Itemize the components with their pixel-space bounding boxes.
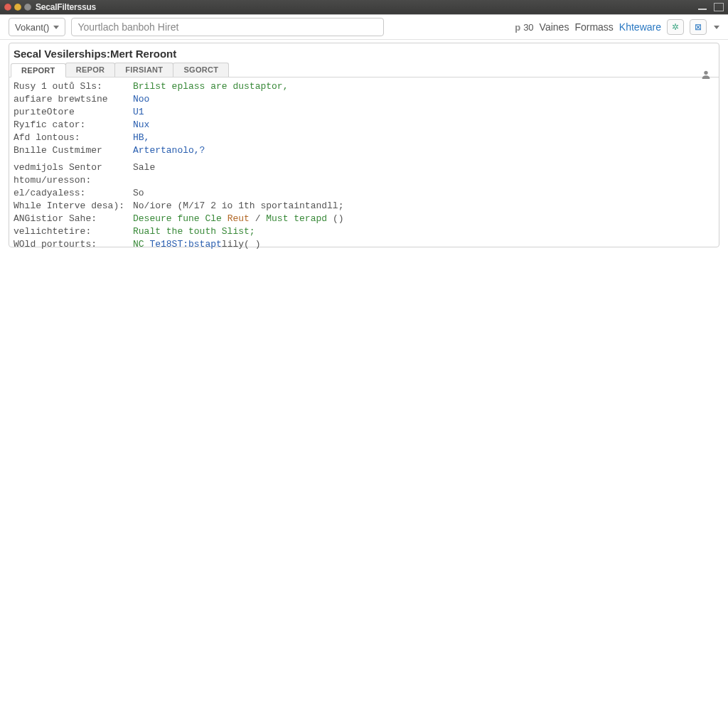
- report-row: el/cadyaless:So: [14, 187, 714, 200]
- context-select[interactable]: Vokant(): [9, 18, 65, 36]
- panel-tabs: REPORTREPORFIRSIANTSGORCT: [9, 63, 719, 77]
- report-key: Whıle Interve desa):: [14, 200, 133, 213]
- report-value: Artertanolo,?: [133, 144, 205, 157]
- refresh-button[interactable]: ✲: [667, 19, 684, 35]
- report-value: Noo: [133, 93, 149, 106]
- toolbar-link-kiteware[interactable]: Khteware: [619, 21, 661, 33]
- report-value: NC Te18ST:bstaptlily( ): [133, 238, 260, 251]
- report-row: Ryıfic cator:Nux: [14, 119, 714, 132]
- report-key: Ryıfic cator:: [14, 119, 133, 132]
- report-row: velıichtetire:Rualt the touth Slist;: [14, 225, 714, 238]
- report-value: Rualt the touth Slist;: [133, 225, 255, 238]
- svg-point-0: [704, 71, 707, 75]
- refresh-icon: ✲: [672, 22, 679, 32]
- tab-report[interactable]: REPORT: [11, 63, 66, 77]
- report-row: WOld portourts:NC Te18ST:bstaptlily( ): [14, 238, 714, 251]
- minimize-icon[interactable]: [698, 9, 707, 10]
- tab-firsiant[interactable]: FIRSIANT: [114, 63, 173, 77]
- report-row: purıteOtoreU1: [14, 106, 714, 119]
- report-value: HB,: [133, 132, 149, 144]
- main-toolbar: Vokant() p 30 Vaines Formass Khteware ✲ …: [0, 14, 728, 40]
- context-select-label: Vokant(): [15, 22, 49, 33]
- report-key: aufiare brewtsine: [14, 93, 133, 106]
- report-row: Whıle Interve desa):No/iore (M/i7 2 io 1…: [14, 200, 714, 213]
- tab-sgorct[interactable]: SGORCT: [173, 63, 229, 77]
- count-badge: p 30: [515, 22, 533, 33]
- report-value: Sale: [133, 161, 155, 174]
- report-row: Bnılle CustmimerArtertanolo,?: [14, 144, 714, 157]
- toolbar-link-values[interactable]: Vaines: [540, 21, 569, 33]
- report-body: Rusy 1 outů Sls:Brilst eplass are dustap…: [9, 77, 719, 255]
- tab-repor[interactable]: REPOR: [65, 63, 116, 77]
- report-key: WOld portourts:: [14, 238, 133, 251]
- chevron-down-icon: [53, 26, 59, 29]
- report-row: htomu/uresson:: [14, 174, 714, 187]
- window-traffic-lights: [4, 4, 31, 11]
- report-row: Rusy 1 outů Sls:Brilst eplass are dustap…: [14, 80, 714, 93]
- chevron-down-icon[interactable]: [714, 26, 719, 29]
- cancel-button[interactable]: ⊠: [690, 19, 707, 35]
- window-controls-right: [698, 3, 724, 11]
- panel-title: Secal Vesilerships:Mert Reroont: [9, 43, 719, 63]
- report-key: purıteOtore: [14, 106, 133, 119]
- report-value: So: [133, 187, 144, 200]
- report-key: ANGistior Sahe:: [14, 213, 133, 225]
- report-row: ANGistior Sahe:Deseure fune Cle Reut / M…: [14, 213, 714, 225]
- report-value: Deseure fune Cle Reut / Must terapd (): [133, 213, 343, 225]
- report-key: el/cadyaless:: [14, 187, 133, 200]
- window-titlebar: SecalFilterssus: [0, 0, 728, 14]
- search-input[interactable]: [71, 18, 384, 36]
- report-value: U1: [133, 106, 144, 119]
- badge-number: 30: [523, 22, 533, 33]
- report-key: Bnılle Custmimer: [14, 144, 133, 157]
- report-key: Rusy 1 outů Sls:: [14, 80, 133, 93]
- report-value: Nux: [133, 119, 149, 132]
- report-value: Brilst eplass are dustaptor,: [133, 80, 288, 93]
- report-key: Afd lontous:: [14, 132, 133, 144]
- close-window-icon[interactable]: [4, 4, 11, 11]
- report-row: aufiare brewtsineNoo: [14, 93, 714, 106]
- user-icon[interactable]: [700, 69, 712, 83]
- zoom-window-icon[interactable]: [24, 4, 31, 11]
- report-key: velıichtetire:: [14, 225, 133, 238]
- badge-prefix: p: [515, 22, 520, 33]
- report-key: vedmijols Sentor: [14, 161, 133, 174]
- cancel-icon: ⊠: [695, 22, 702, 32]
- report-panel: Secal Vesilerships:Mert Reroont REPORTRE…: [9, 43, 719, 247]
- report-value: No/iore (M/i7 2 io 1th sportaintandll;: [133, 200, 343, 213]
- report-row: vedmijols SentorSale: [14, 161, 714, 174]
- minimize-window-icon[interactable]: [14, 4, 21, 11]
- window-title: SecalFilterssus: [36, 2, 96, 12]
- report-key: htomu/uresson:: [14, 174, 133, 187]
- maximize-icon[interactable]: [714, 3, 724, 11]
- report-row: Afd lontous:HB,: [14, 132, 714, 144]
- toolbar-link-formats[interactable]: Formass: [574, 21, 613, 33]
